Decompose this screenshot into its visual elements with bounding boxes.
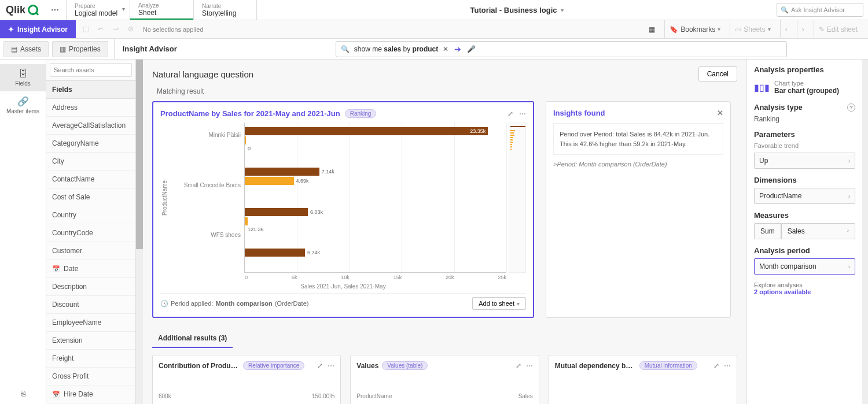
microphone-icon[interactable]: 🎤	[467, 45, 476, 53]
chevron-right-icon: ›	[848, 158, 850, 164]
analysis-properties-panel: Analysis properties ▮▯▮ Chart type Bar c…	[746, 60, 862, 404]
clear-icon[interactable]: ✕	[443, 45, 448, 53]
field-item[interactable]: Country	[46, 206, 135, 224]
analysis-period-selector[interactable]: Month comparison ›	[754, 258, 855, 275]
field-item[interactable]: Description	[46, 278, 135, 296]
bar-value-label: 6.03k	[310, 209, 323, 215]
parameters-heading: Parameters	[754, 130, 855, 139]
field-item[interactable]: Gross Profit	[46, 368, 135, 386]
field-item[interactable]: Freight	[46, 350, 135, 368]
app-title[interactable]: Tutorial - Business logic ▾	[257, 6, 777, 14]
props-scrollbar[interactable]	[862, 60, 868, 404]
field-item[interactable]: AverageCallSatisfaction	[46, 117, 135, 135]
mini-card-title: Values	[356, 362, 378, 370]
search-input[interactable]: show me sales by product	[354, 45, 438, 53]
expand-icon[interactable]: ⤢	[507, 110, 513, 118]
main-chart-card[interactable]: ProductName by Sales for 2021-May and 20…	[152, 101, 534, 318]
field-name: Description	[52, 283, 87, 291]
explore-options-link[interactable]: 2 options available	[754, 288, 855, 295]
bookmarks-button[interactable]: 🔖 Bookmarks ▾	[664, 20, 725, 38]
close-icon[interactable]: ✕	[717, 109, 723, 117]
expand-icon[interactable]: ⤢	[516, 362, 521, 370]
step-forward-icon[interactable]: ⤻	[113, 25, 122, 34]
additional-result-card[interactable]: ValuesValues (table)⤢⋯ProductNameSales	[350, 355, 539, 404]
measure-selector[interactable]: Sum Sales ›	[754, 223, 855, 239]
field-item[interactable]: 📅Hire Date	[46, 386, 135, 403]
nav-tab-analyze[interactable]: Analyze Sheet	[130, 0, 193, 20]
fields-search[interactable]	[50, 63, 132, 77]
nav-tab-prepare[interactable]: Prepare Logical model ▾	[66, 0, 130, 20]
insight-search-box[interactable]: 🔍 show me sales by product ✕ ➔ 🎤	[336, 41, 787, 57]
rail-fields[interactable]: 🗄 Fields	[0, 64, 46, 91]
fields-list[interactable]: AddressAverageCallSatisfactionCategoryNa…	[46, 99, 135, 404]
favorable-trend-selector[interactable]: Up ›	[754, 153, 855, 169]
more-icon[interactable]: ⋯	[724, 362, 731, 370]
x-tick: 5k	[292, 275, 297, 280]
field-item[interactable]: 📅Date	[46, 260, 135, 278]
insight-advisor-button[interactable]: ✦ Insight Advisor	[0, 20, 76, 38]
field-name: Cost of Sale	[52, 193, 90, 201]
smart-search-icon[interactable]: ⬚	[83, 25, 92, 34]
properties-button[interactable]: ▥ Properties	[52, 41, 108, 57]
field-item[interactable]: CountryCode	[46, 224, 135, 242]
period-label: Period applied:	[171, 300, 213, 307]
field-item[interactable]: EmployeeName	[46, 314, 135, 332]
panel-icon: ▥	[60, 45, 66, 53]
props-title: Analysis properties	[754, 65, 855, 74]
chart-minimap[interactable]	[509, 123, 526, 273]
expand-icon[interactable]: ⤢	[713, 362, 719, 370]
dimension-selector[interactable]: ProductName ›	[754, 188, 855, 204]
field-name: Customer	[52, 247, 82, 255]
field-item[interactable]: City	[46, 153, 135, 171]
y-axis-label: ProductName	[160, 123, 169, 273]
nav-value: Logical model	[75, 9, 122, 17]
additional-results-row: Contribution of Product...Relative impor…	[152, 355, 737, 404]
sheets-label: Sheets	[744, 25, 765, 34]
next-sheet-button[interactable]: ›	[797, 20, 809, 38]
additional-result-card[interactable]: Mutual dependency bet...Mutual informati…	[549, 355, 737, 404]
nav-tab-narrate[interactable]: Narrate Storytelling	[193, 0, 257, 20]
rail-master-items[interactable]: 🔗 Master items	[0, 91, 46, 119]
sheets-button[interactable]: ▭ Sheets ▾	[730, 20, 775, 38]
more-icon[interactable]: ⋯	[328, 362, 334, 370]
dimensions-heading: Dimensions	[754, 176, 855, 184]
y-category-label	[169, 198, 241, 223]
clear-selections-icon[interactable]: ⊘	[128, 25, 137, 34]
y-category-labels: Minnki PälsiiSmall Crocodile BootsWFS sh…	[169, 123, 244, 273]
fields-scrollbar[interactable]	[136, 60, 143, 404]
analysis-type-pill: Ranking	[345, 109, 377, 118]
edit-sheet-button[interactable]: ✎ Edit sheet	[814, 20, 862, 38]
conversational-icon[interactable]: ▦	[644, 20, 660, 38]
mini-card-pill: Relative importance	[243, 361, 304, 370]
more-icon[interactable]: ⋯	[519, 110, 526, 118]
additional-results-tab[interactable]: Additional results (3)	[152, 329, 233, 348]
help-icon[interactable]: ?	[847, 103, 855, 112]
field-item[interactable]: CategoryName	[46, 135, 135, 153]
field-item[interactable]: Address	[46, 99, 135, 117]
submit-arrow-icon[interactable]: ➔	[454, 45, 461, 54]
field-item[interactable]: Customer	[46, 242, 135, 260]
add-to-sheet-button[interactable]: Add to sheet ▾	[472, 297, 526, 310]
analysis-type-value: Ranking	[754, 115, 855, 123]
step-back-icon[interactable]: ⤺	[98, 25, 107, 34]
header-more-icon[interactable]: ⋯	[44, 5, 66, 14]
additional-result-card[interactable]: Contribution of Product...Relative impor…	[152, 355, 341, 404]
more-icon[interactable]: ⋯	[526, 362, 533, 370]
field-item[interactable]: Cost of Sale	[46, 188, 135, 206]
global-search[interactable]: 🔍 Ask Insight Advisor	[777, 3, 863, 17]
field-item[interactable]: ContactName	[46, 171, 135, 188]
cancel-button[interactable]: Cancel	[698, 66, 737, 81]
insights-title: Insights found	[553, 109, 605, 117]
field-item[interactable]: Extension	[46, 332, 135, 350]
expand-icon[interactable]: ⤢	[317, 362, 323, 370]
assets-button[interactable]: ▤ Assets	[3, 41, 49, 57]
search-icon: 🔍	[341, 45, 350, 53]
rail-collapse-icon[interactable]: ⎘	[21, 389, 25, 398]
insights-card: Insights found ✕ Period over Period: tot…	[546, 101, 731, 318]
prev-sheet-button[interactable]: ‹	[780, 20, 792, 38]
measure-agg[interactable]: Sum	[754, 223, 781, 239]
qlik-logo[interactable]: Qlik	[0, 4, 44, 16]
field-item[interactable]: Discount	[46, 296, 135, 314]
fields-search-input[interactable]	[54, 66, 128, 73]
calendar-icon: 📅	[52, 391, 60, 398]
